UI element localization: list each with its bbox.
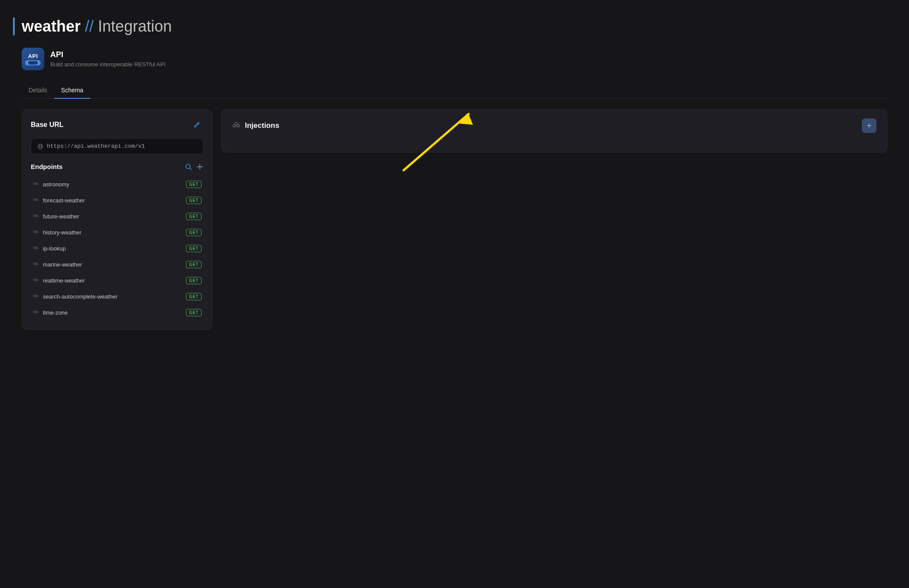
endpoints-title: Endpoints [31, 163, 62, 170]
tab-details[interactable]: Details [22, 82, 54, 99]
api-info-section: API API Build and consume interoperable … [22, 48, 887, 70]
svg-point-29 [36, 295, 38, 297]
svg-point-35 [237, 124, 239, 127]
method-badge: GET [186, 261, 202, 268]
api-title: API [50, 50, 166, 59]
svg-point-13 [33, 215, 35, 217]
add-injection-button[interactable]: + [862, 118, 876, 133]
endpoint-left: forecast-weather [33, 197, 85, 204]
endpoint-icon [33, 197, 39, 204]
api-icon-bar [25, 60, 41, 65]
base-url-value: https://api.weatherapi.com/v1 [47, 143, 145, 149]
endpoint-icon [33, 261, 39, 268]
endpoint-item[interactable]: history-weather GET [31, 224, 203, 240]
method-badge: GET [186, 181, 202, 188]
endpoint-item[interactable]: search-autocomplete-weather GET [31, 289, 203, 305]
base-url-header: Base URL [31, 118, 203, 131]
method-badge: GET [186, 245, 202, 252]
method-badge: GET [186, 277, 202, 284]
tab-schema[interactable]: Schema [54, 82, 90, 99]
integration-label: Integration [98, 17, 172, 36]
endpoint-left: time-zone [33, 309, 68, 316]
endpoint-icon [33, 277, 39, 284]
endpoint-item[interactable]: ip-lookup GET [31, 240, 203, 257]
base-url-card: Base URL https://api.weatherapi.com/v1 E… [22, 109, 212, 330]
endpoints-actions [185, 163, 203, 170]
method-badge: GET [186, 229, 202, 236]
api-description: Build and consume interoperable RESTful … [50, 61, 166, 68]
endpoint-icon [33, 229, 39, 236]
api-details: API Build and consume interoperable REST… [50, 50, 166, 68]
search-icon [185, 163, 192, 170]
content-grid: Base URL https://api.weatherapi.com/v1 E… [22, 109, 887, 330]
injections-icon [232, 121, 241, 130]
svg-point-31 [33, 311, 35, 313]
method-badge: GET [186, 309, 202, 316]
endpoint-name: marine-weather [43, 261, 82, 268]
add-endpoint-button[interactable] [196, 163, 203, 170]
injections-card: Injections + [221, 109, 887, 153]
endpoint-name: realtime-weather [43, 277, 85, 284]
endpoint-name: history-weather [43, 229, 81, 236]
svg-point-25 [33, 279, 35, 281]
injections-left: Injections [232, 121, 279, 130]
svg-point-22 [33, 263, 35, 265]
svg-point-8 [36, 183, 38, 185]
endpoint-name: search-autocomplete-weather [43, 293, 117, 300]
edit-base-url-button[interactable] [190, 118, 203, 131]
endpoint-icon [33, 245, 39, 252]
endpoint-left: future-weather [33, 213, 79, 220]
svg-point-17 [36, 231, 38, 233]
endpoint-left: ip-lookup [33, 245, 66, 252]
endpoint-list: astronomy GET forecast-weather GET [31, 176, 203, 321]
endpoint-left: realtime-weather [33, 277, 85, 284]
url-input-wrapper: https://api.weatherapi.com/v1 [31, 138, 203, 154]
endpoint-icon [33, 181, 39, 188]
endpoint-left: history-weather [33, 229, 81, 236]
svg-point-16 [33, 231, 35, 233]
endpoint-icon [33, 213, 39, 220]
endpoint-item[interactable]: future-weather GET [31, 208, 203, 224]
endpoint-item[interactable]: time-zone GET [31, 305, 203, 321]
arrow-annotation [395, 101, 490, 179]
search-endpoints-button[interactable] [185, 163, 192, 170]
svg-point-32 [36, 311, 38, 313]
svg-point-10 [33, 199, 35, 201]
svg-point-34 [233, 124, 236, 127]
app-name: weather [22, 17, 81, 36]
svg-point-19 [33, 247, 35, 249]
endpoint-item[interactable]: marine-weather GET [31, 257, 203, 273]
left-accent [13, 17, 15, 36]
endpoint-item[interactable]: realtime-weather GET [31, 273, 203, 289]
svg-point-23 [36, 263, 38, 265]
svg-point-28 [33, 295, 35, 297]
method-badge: GET [186, 293, 202, 300]
endpoint-left: astronomy [33, 181, 69, 188]
endpoint-icon [33, 293, 39, 300]
api-icon-text: API [28, 53, 38, 59]
base-url-title: Base URL [31, 121, 64, 129]
svg-point-26 [36, 279, 38, 281]
svg-line-4 [190, 168, 192, 170]
endpoints-header: Endpoints [31, 163, 203, 170]
endpoint-left: marine-weather [33, 261, 82, 268]
endpoint-name: forecast-weather [43, 197, 85, 204]
endpoint-name: ip-lookup [43, 245, 66, 252]
api-icon: API [22, 48, 44, 70]
edit-icon [193, 121, 200, 128]
method-badge: GET [186, 197, 202, 204]
endpoint-icon [33, 309, 39, 316]
endpoint-item[interactable]: astronomy GET [31, 176, 203, 192]
endpoint-name: time-zone [43, 309, 68, 316]
injections-title: Injections [245, 121, 279, 130]
plus-icon [196, 163, 203, 170]
method-badge: GET [186, 213, 202, 220]
endpoint-name: astronomy [43, 181, 69, 188]
injections-header: Injections + [232, 118, 876, 133]
svg-point-20 [36, 247, 38, 249]
globe-icon [37, 143, 43, 149]
endpoint-name: future-weather [43, 213, 79, 220]
separator: // [85, 17, 94, 36]
endpoint-item[interactable]: forecast-weather GET [31, 192, 203, 208]
page-title: weather // Integration [22, 17, 172, 36]
